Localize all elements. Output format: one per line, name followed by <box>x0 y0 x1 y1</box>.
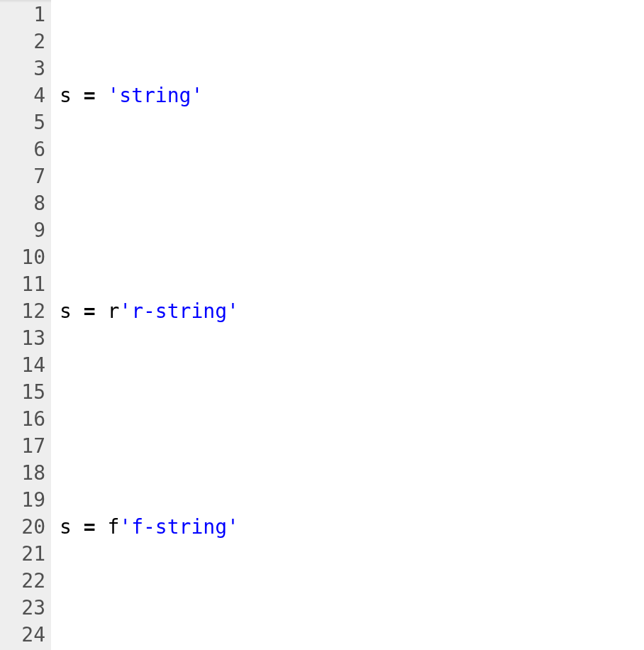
line-number: 5 <box>0 109 45 136</box>
token-string: 'string' <box>107 84 203 107</box>
line-number: 6 <box>0 136 45 163</box>
line-number: 24 <box>0 622 45 649</box>
line-number: 15 <box>0 379 45 406</box>
token-space <box>72 84 84 107</box>
token-blank <box>60 192 72 215</box>
code-line[interactable]: s = r'r-string' <box>60 298 644 325</box>
token-space <box>96 515 108 539</box>
code-area[interactable]: s = 'string' s = r'r-string' s = f'f-str… <box>51 0 644 650</box>
token-blank <box>60 623 72 646</box>
line-number: 3 <box>0 55 45 82</box>
token-string-prefix: r <box>107 299 119 323</box>
line-number: 13 <box>0 325 45 352</box>
line-number: 8 <box>0 190 45 217</box>
token-space <box>72 515 84 539</box>
line-number: 10 <box>0 244 45 271</box>
line-number: 12 <box>0 298 45 325</box>
code-line[interactable]: s = 'string' <box>60 82 644 109</box>
token-variable: s <box>60 299 72 323</box>
line-number: 14 <box>0 352 45 379</box>
token-space <box>96 84 108 107</box>
code-editor[interactable]: 1 2 3 4 5 6 7 8 9 10 11 12 13 14 15 16 1… <box>0 0 644 650</box>
code-line[interactable]: s = f'f-string' <box>60 514 644 541</box>
token-operator: = <box>84 84 96 107</box>
token-variable: s <box>60 515 72 539</box>
line-number: 1 <box>0 1 45 28</box>
code-line[interactable] <box>60 190 644 217</box>
token-space <box>96 299 108 323</box>
token-variable: s <box>60 84 72 107</box>
line-number: 17 <box>0 433 45 460</box>
line-number: 2 <box>0 28 45 55</box>
token-string: 'f-string' <box>119 515 239 539</box>
line-number: 20 <box>0 514 45 541</box>
code-line[interactable] <box>60 406 644 433</box>
line-number: 21 <box>0 541 45 568</box>
token-operator: = <box>84 299 96 323</box>
line-number: 9 <box>0 217 45 244</box>
code-line[interactable] <box>60 622 644 649</box>
line-number: 23 <box>0 595 45 622</box>
line-number: 11 <box>0 271 45 298</box>
token-space <box>72 299 84 323</box>
line-number: 4 <box>0 82 45 109</box>
line-number: 18 <box>0 460 45 487</box>
token-string-prefix: f <box>107 515 119 539</box>
line-number: 16 <box>0 406 45 433</box>
token-operator: = <box>84 515 96 539</box>
line-number: 7 <box>0 163 45 190</box>
token-string: 'r-string' <box>119 299 239 323</box>
line-number: 19 <box>0 487 45 514</box>
line-number-gutter: 1 2 3 4 5 6 7 8 9 10 11 12 13 14 15 16 1… <box>0 0 51 650</box>
token-blank <box>60 407 72 431</box>
line-number: 22 <box>0 568 45 595</box>
